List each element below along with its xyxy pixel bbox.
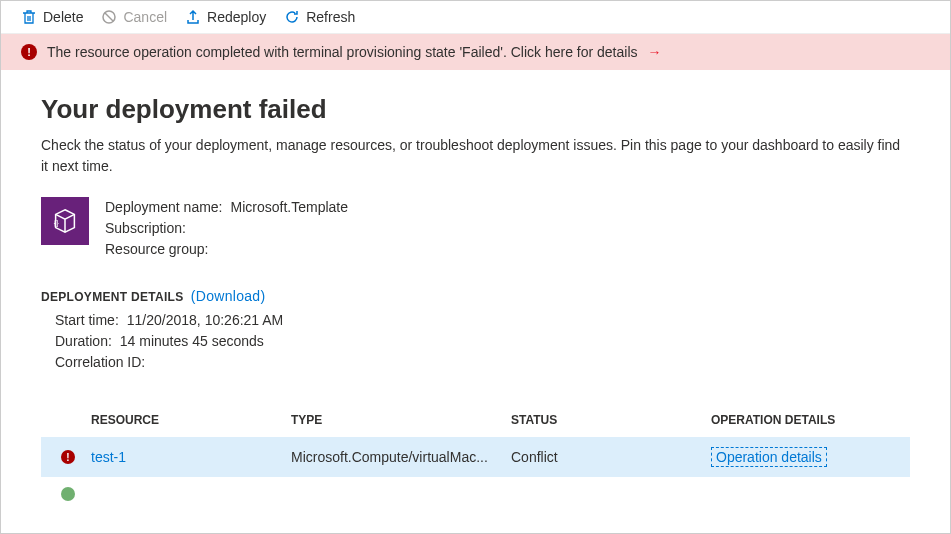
cancel-label: Cancel bbox=[123, 9, 167, 25]
subscription-label: Subscription: bbox=[105, 218, 186, 239]
resource-type: Microsoft.Compute/virtualMac... bbox=[291, 449, 511, 465]
deployment-name-value: Microsoft.Template bbox=[231, 197, 348, 218]
refresh-label: Refresh bbox=[306, 9, 355, 25]
content: Your deployment failed Check the status … bbox=[1, 70, 950, 511]
deployment-summary: {} Deployment name:Microsoft.Template Su… bbox=[41, 197, 910, 260]
table-row[interactable] bbox=[41, 477, 910, 511]
download-link[interactable]: (Download) bbox=[191, 288, 266, 304]
col-operation: OPERATION DETAILS bbox=[711, 413, 910, 427]
cancel-button: Cancel bbox=[101, 9, 167, 25]
col-type: TYPE bbox=[291, 413, 511, 427]
redeploy-label: Redeploy bbox=[207, 9, 266, 25]
page-title: Your deployment failed bbox=[41, 94, 910, 125]
template-icon: {} bbox=[41, 197, 89, 245]
refresh-button[interactable]: Refresh bbox=[284, 9, 355, 25]
upload-icon bbox=[185, 9, 201, 25]
resource-status: Conflict bbox=[511, 449, 711, 465]
alert-message: The resource operation completed with te… bbox=[47, 44, 638, 60]
duration-label: Duration: bbox=[55, 331, 112, 352]
status-error-icon: ! bbox=[61, 450, 75, 464]
start-time-value: 11/20/2018, 10:26:21 AM bbox=[127, 310, 283, 331]
redeploy-button[interactable]: Redeploy bbox=[185, 9, 266, 25]
refresh-icon bbox=[284, 9, 300, 25]
table-row[interactable]: ! test-1 Microsoft.Compute/virtualMac...… bbox=[41, 437, 910, 477]
trash-icon bbox=[21, 9, 37, 25]
duration-value: 14 minutes 45 seconds bbox=[120, 331, 264, 352]
operation-details-link[interactable]: Operation details bbox=[711, 447, 827, 467]
deployment-details-header: DEPLOYMENT DETAILS (Download) bbox=[41, 288, 910, 304]
resource-link[interactable]: test-1 bbox=[91, 449, 291, 465]
start-time-label: Start time: bbox=[55, 310, 119, 331]
deployment-table: RESOURCE TYPE STATUS OPERATION DETAILS !… bbox=[41, 403, 910, 511]
page-subtext: Check the status of your deployment, man… bbox=[41, 135, 910, 177]
deployment-name-label: Deployment name: bbox=[105, 197, 223, 218]
delete-button[interactable]: Delete bbox=[21, 9, 83, 25]
table-header-row: RESOURCE TYPE STATUS OPERATION DETAILS bbox=[41, 403, 910, 437]
svg-text:{}: {} bbox=[54, 218, 60, 227]
correlation-id-label: Correlation ID: bbox=[55, 352, 145, 373]
col-resource: RESOURCE bbox=[91, 413, 291, 427]
col-status: STATUS bbox=[511, 413, 711, 427]
arrow-right-icon: → bbox=[648, 44, 662, 60]
toolbar: Delete Cancel Redeploy Refresh bbox=[1, 1, 950, 34]
delete-label: Delete bbox=[43, 9, 83, 25]
status-ok-icon bbox=[61, 487, 75, 501]
error-alert[interactable]: ! The resource operation completed with … bbox=[1, 34, 950, 70]
cancel-icon bbox=[101, 9, 117, 25]
resource-group-label: Resource group: bbox=[105, 239, 209, 260]
alert-error-icon: ! bbox=[21, 44, 37, 60]
